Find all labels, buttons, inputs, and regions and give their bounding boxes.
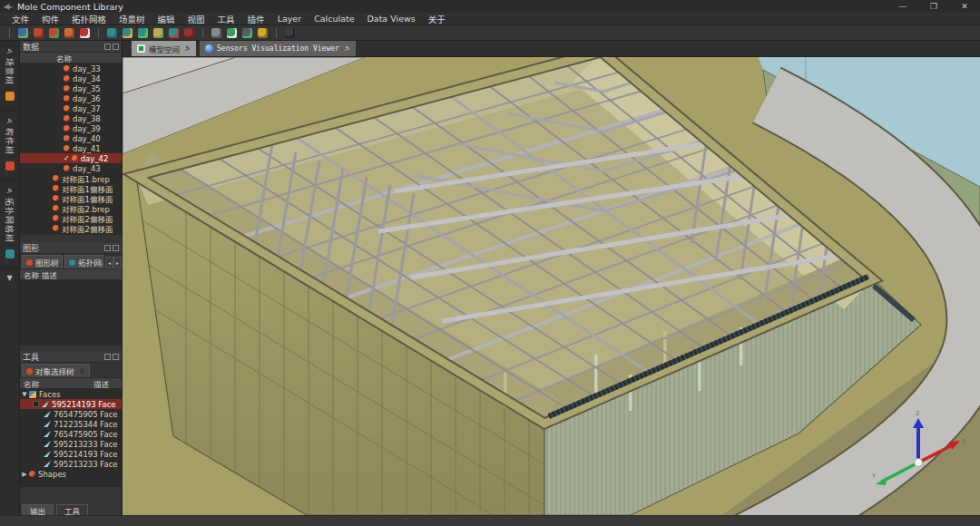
tab-model-space[interactable]: 模型空间 [132, 41, 196, 56]
rail-tab-component-tree-icon[interactable]: 构件树 [0, 111, 19, 180]
image-icon[interactable] [227, 28, 237, 38]
globe-icon[interactable] [18, 28, 28, 38]
data-tree-item[interactable]: day_36 [20, 93, 122, 103]
menu-编辑[interactable]: 编辑 [152, 13, 181, 25]
float-panel-icon[interactable] [104, 44, 111, 50]
app-icon [4, 3, 14, 11]
face-row[interactable]: 595213233 Face [20, 459, 122, 469]
pin-icon[interactable] [6, 188, 13, 194]
gear-icon[interactable] [211, 28, 221, 38]
graphics-tabs: 图形树 拓扑网格 ◂ ▸ [20, 254, 122, 269]
data-tree-item[interactable]: 对称面1偏移面 [20, 193, 122, 203]
data-tree-item[interactable]: day_39 [20, 123, 122, 133]
data-tree-item[interactable]: 对称面2偏移面 [20, 223, 122, 233]
data-tree-item[interactable]: ✓ day_42 [20, 153, 122, 163]
mesh-add-icon[interactable] [138, 28, 148, 38]
face-row[interactable]: 595213233 Face [20, 439, 122, 449]
face-row[interactable]: 595214193 Face [20, 399, 122, 409]
face-row[interactable]: 712235344 Face [20, 419, 122, 429]
data-tree-item[interactable]: day_37 [20, 103, 122, 113]
viewport-tab-bar: 模型空间 Sensors Visualization Viewer [122, 41, 980, 57]
red-dot-icon[interactable] [184, 28, 194, 38]
window-title: Mole Component Library [17, 2, 123, 12]
data-tree-item[interactable]: 对称面2偏移面 [20, 213, 122, 223]
face-row[interactable]: 765475905 Face [20, 429, 122, 439]
data-tree-item[interactable]: day_40 [20, 133, 122, 143]
tab-object-selection-tree[interactable]: 对象选择树 [22, 364, 90, 377]
data-tree-item[interactable]: 对称面1.brep [20, 173, 122, 183]
left-dock-rail: 场景树 构件树 拓扑网格树 ▼ [0, 41, 20, 515]
menu-Data Views[interactable]: Data Views [361, 14, 422, 24]
red-badge-icon[interactable] [80, 28, 90, 38]
face-row[interactable]: 595214193 Face [20, 449, 122, 459]
data-tree-item[interactable]: day_43 [20, 163, 122, 173]
3d-viewport[interactable]: Z X Y [122, 57, 980, 515]
broom-icon[interactable] [258, 28, 268, 38]
menu-构件[interactable]: 构件 [35, 13, 65, 25]
orange-component-icon[interactable] [64, 28, 74, 38]
data-tree-item[interactable]: day_38 [20, 113, 122, 123]
menu-拓扑网格[interactable]: 拓扑网格 [65, 13, 113, 25]
close-panel-icon[interactable] [113, 44, 119, 50]
menu-插件[interactable]: 插件 [241, 13, 271, 25]
monitor-icon[interactable] [242, 28, 252, 38]
menu-文件[interactable]: 文件 [5, 13, 35, 25]
collapse-icon[interactable]: ▼ [20, 391, 29, 398]
mesh-remove-icon[interactable] [169, 28, 179, 38]
expand-icon[interactable]: ▶ [20, 471, 29, 478]
data-tree-item[interactable]: day_34 [20, 73, 122, 83]
menu-场景树[interactable]: 场景树 [113, 13, 152, 25]
data-tree-item[interactable]: day_41 [20, 143, 122, 153]
toolbar-separator [202, 28, 203, 38]
rail-tab-scene-tree-icon[interactable]: 场景树 [0, 41, 19, 111]
red-component-icon[interactable] [34, 28, 44, 38]
pin-icon[interactable] [79, 368, 85, 375]
menu-Calculate[interactable]: Calculate [308, 14, 360, 24]
menu-Layer[interactable]: Layer [271, 14, 309, 24]
graphics-columns: 名称 描述 [20, 269, 122, 280]
brep-icon [64, 115, 70, 122]
minimize-button[interactable]: — [887, 0, 918, 13]
float-panel-icon[interactable] [104, 245, 111, 251]
terrain-icon[interactable] [153, 28, 163, 38]
menu-工具[interactable]: 工具 [211, 13, 241, 25]
tab-topology-mesh[interactable]: 拓扑网格 [64, 255, 103, 268]
vehicle-icon[interactable] [285, 28, 295, 38]
pin-icon[interactable] [344, 45, 350, 52]
data-tree-item[interactable]: 对称面1偏移面 [20, 183, 122, 193]
mesh-sphere-dot-icon[interactable] [122, 28, 132, 38]
pin-icon[interactable] [6, 48, 13, 54]
menu-视图[interactable]: 视图 [181, 13, 211, 25]
brep-icon [64, 135, 70, 141]
float-panel-icon[interactable] [104, 354, 111, 360]
close-panel-icon[interactable] [113, 245, 119, 251]
rail-more-icon[interactable]: ▼ [6, 274, 12, 282]
checkbox[interactable] [33, 401, 39, 407]
close-button[interactable]: ✕ [949, 0, 980, 13]
menu-关于[interactable]: 关于 [422, 13, 452, 25]
data-tree-item[interactable]: day_35 [20, 83, 122, 93]
check-icon: ✓ [64, 154, 70, 162]
pin-icon[interactable] [6, 118, 13, 124]
brep-icon [64, 75, 70, 82]
data-tree: day_33 day_34 day_35 day_36 day_37 day_3… [20, 63, 122, 235]
face-icon [44, 411, 51, 417]
face-row[interactable]: 765475905 Face [20, 409, 122, 419]
tab-graphics-tree[interactable]: 图形树 [22, 255, 63, 268]
rail-tab-topo-mesh-tree-icon[interactable]: 拓扑网格树 [0, 180, 19, 268]
data-tree-item[interactable]: day_33 [20, 63, 122, 73]
data-panel-name-column: 名称 [20, 53, 122, 63]
faces-group-row[interactable]: ▼ Faces [20, 389, 122, 399]
tab-scroll-left-icon[interactable]: ◂ [105, 257, 113, 268]
shapes-group-row[interactable]: ▶ Shapes [20, 469, 122, 479]
close-panel-icon[interactable] [113, 354, 119, 360]
red-green-component-icon[interactable] [49, 28, 59, 38]
tab-sensors-visualization-viewer[interactable]: Sensors Visualization Viewer [200, 41, 356, 56]
menu-bar: 文件构件拓扑网格场景树编辑视图工具插件LayerCalculateData Vi… [0, 13, 980, 25]
data-panel-header: 数据 [20, 41, 122, 53]
data-tree-item[interactable]: 对称面2.brep [20, 203, 122, 213]
tab-scroll-right-icon[interactable]: ▸ [113, 257, 122, 268]
restore-button[interactable]: ❐ [918, 0, 949, 13]
mesh-sphere-icon[interactable] [107, 28, 117, 38]
pin-icon[interactable] [184, 45, 191, 52]
